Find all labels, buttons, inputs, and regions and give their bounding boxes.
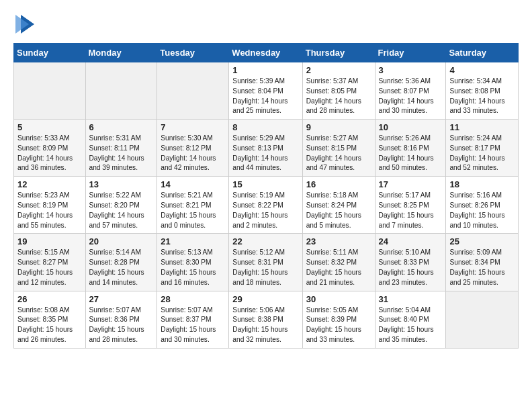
calendar-cell: 16Sunrise: 5:18 AM Sunset: 8:24 PM Dayli… xyxy=(302,177,375,234)
calendar-cell xyxy=(85,62,157,120)
day-info: Sunrise: 5:07 AM Sunset: 8:37 PM Dayligh… xyxy=(161,306,225,345)
calendar-cell: 1Sunrise: 5:39 AM Sunset: 8:04 PM Daylig… xyxy=(229,62,302,120)
day-number: 1 xyxy=(232,65,298,75)
day-number: 20 xyxy=(89,236,154,246)
day-info: Sunrise: 5:15 AM Sunset: 8:27 PM Dayligh… xyxy=(17,248,82,287)
day-info: Sunrise: 5:19 AM Sunset: 8:22 PM Dayligh… xyxy=(232,191,298,230)
weekday-wednesday: Wednesday xyxy=(229,44,302,62)
week-row-0: 1Sunrise: 5:39 AM Sunset: 8:04 PM Daylig… xyxy=(14,62,519,120)
day-info: Sunrise: 5:34 AM Sunset: 8:08 PM Dayligh… xyxy=(449,77,515,116)
day-info: Sunrise: 5:17 AM Sunset: 8:25 PM Dayligh… xyxy=(379,191,443,230)
day-number: 27 xyxy=(89,294,154,304)
day-info: Sunrise: 5:26 AM Sunset: 8:16 PM Dayligh… xyxy=(379,134,443,173)
weekday-monday: Monday xyxy=(85,44,157,62)
calendar-cell: 18Sunrise: 5:16 AM Sunset: 8:26 PM Dayli… xyxy=(446,177,519,234)
week-row-2: 12Sunrise: 5:23 AM Sunset: 8:19 PM Dayli… xyxy=(14,177,519,234)
day-number: 15 xyxy=(232,179,298,189)
calendar-cell: 5Sunrise: 5:33 AM Sunset: 8:09 PM Daylig… xyxy=(14,120,86,177)
day-info: Sunrise: 5:18 AM Sunset: 8:24 PM Dayligh… xyxy=(306,191,371,230)
calendar-cell xyxy=(446,291,519,348)
day-number: 22 xyxy=(232,236,298,246)
day-info: Sunrise: 5:24 AM Sunset: 8:17 PM Dayligh… xyxy=(449,134,515,173)
calendar-cell: 30Sunrise: 5:05 AM Sunset: 8:39 PM Dayli… xyxy=(302,291,375,348)
calendar-cell: 24Sunrise: 5:10 AM Sunset: 8:33 PM Dayli… xyxy=(375,234,446,291)
day-number: 18 xyxy=(449,179,515,189)
calendar-cell: 4Sunrise: 5:34 AM Sunset: 8:08 PM Daylig… xyxy=(446,62,519,120)
calendar-cell: 10Sunrise: 5:26 AM Sunset: 8:16 PM Dayli… xyxy=(375,120,446,177)
week-row-1: 5Sunrise: 5:33 AM Sunset: 8:09 PM Daylig… xyxy=(14,120,519,177)
calendar-cell: 9Sunrise: 5:27 AM Sunset: 8:15 PM Daylig… xyxy=(302,120,375,177)
day-number: 4 xyxy=(449,65,515,75)
day-info: Sunrise: 5:29 AM Sunset: 8:13 PM Dayligh… xyxy=(232,134,298,173)
weekday-header-row: SundayMondayTuesdayWednesdayThursdayFrid… xyxy=(14,44,519,62)
day-info: Sunrise: 5:33 AM Sunset: 8:09 PM Dayligh… xyxy=(17,134,82,173)
day-number: 29 xyxy=(232,294,298,304)
calendar-cell: 20Sunrise: 5:14 AM Sunset: 8:28 PM Dayli… xyxy=(85,234,157,291)
day-info: Sunrise: 5:36 AM Sunset: 8:07 PM Dayligh… xyxy=(379,77,443,116)
day-info: Sunrise: 5:09 AM Sunset: 8:34 PM Dayligh… xyxy=(449,248,515,287)
calendar-cell: 22Sunrise: 5:12 AM Sunset: 8:31 PM Dayli… xyxy=(229,234,302,291)
calendar-cell: 23Sunrise: 5:11 AM Sunset: 8:32 PM Dayli… xyxy=(302,234,375,291)
day-info: Sunrise: 5:07 AM Sunset: 8:36 PM Dayligh… xyxy=(89,306,154,345)
day-info: Sunrise: 5:14 AM Sunset: 8:28 PM Dayligh… xyxy=(89,248,154,287)
week-row-3: 19Sunrise: 5:15 AM Sunset: 8:27 PM Dayli… xyxy=(14,234,519,291)
calendar-cell: 19Sunrise: 5:15 AM Sunset: 8:27 PM Dayli… xyxy=(14,234,86,291)
day-info: Sunrise: 5:12 AM Sunset: 8:31 PM Dayligh… xyxy=(232,248,298,287)
calendar-cell: 26Sunrise: 5:08 AM Sunset: 8:35 PM Dayli… xyxy=(14,291,86,348)
day-number: 14 xyxy=(161,179,225,189)
day-info: Sunrise: 5:06 AM Sunset: 8:38 PM Dayligh… xyxy=(232,306,298,345)
day-number: 8 xyxy=(232,122,298,132)
day-info: Sunrise: 5:08 AM Sunset: 8:35 PM Dayligh… xyxy=(17,306,82,345)
day-number: 17 xyxy=(379,179,443,189)
calendar-cell xyxy=(14,62,86,120)
calendar-cell: 28Sunrise: 5:07 AM Sunset: 8:37 PM Dayli… xyxy=(157,291,229,348)
day-number: 30 xyxy=(306,294,371,304)
logo-icon xyxy=(15,12,37,36)
week-row-4: 26Sunrise: 5:08 AM Sunset: 8:35 PM Dayli… xyxy=(14,291,519,348)
calendar-cell: 7Sunrise: 5:30 AM Sunset: 8:12 PM Daylig… xyxy=(157,120,229,177)
day-number: 12 xyxy=(17,179,82,189)
day-number: 10 xyxy=(379,122,443,132)
day-number: 16 xyxy=(306,179,371,189)
day-info: Sunrise: 5:39 AM Sunset: 8:04 PM Dayligh… xyxy=(232,77,298,116)
day-info: Sunrise: 5:05 AM Sunset: 8:39 PM Dayligh… xyxy=(306,306,371,345)
header xyxy=(13,12,519,36)
calendar-cell: 14Sunrise: 5:21 AM Sunset: 8:21 PM Dayli… xyxy=(157,177,229,234)
day-number: 2 xyxy=(306,65,371,75)
page: SundayMondayTuesdayWednesdayThursdayFrid… xyxy=(0,0,532,361)
day-number: 9 xyxy=(306,122,371,132)
day-info: Sunrise: 5:22 AM Sunset: 8:20 PM Dayligh… xyxy=(89,191,154,230)
calendar-cell: 21Sunrise: 5:13 AM Sunset: 8:30 PM Dayli… xyxy=(157,234,229,291)
day-number: 3 xyxy=(379,65,443,75)
day-number: 19 xyxy=(17,236,82,246)
weekday-saturday: Saturday xyxy=(446,44,519,62)
day-number: 26 xyxy=(17,294,82,304)
day-number: 11 xyxy=(449,122,515,132)
weekday-tuesday: Tuesday xyxy=(157,44,229,62)
day-number: 5 xyxy=(17,122,82,132)
day-info: Sunrise: 5:21 AM Sunset: 8:21 PM Dayligh… xyxy=(161,191,225,230)
day-info: Sunrise: 5:10 AM Sunset: 8:33 PM Dayligh… xyxy=(379,248,443,287)
calendar-cell: 29Sunrise: 5:06 AM Sunset: 8:38 PM Dayli… xyxy=(229,291,302,348)
logo xyxy=(13,12,37,36)
day-number: 24 xyxy=(379,236,443,246)
weekday-sunday: Sunday xyxy=(14,44,86,62)
day-info: Sunrise: 5:04 AM Sunset: 8:40 PM Dayligh… xyxy=(379,306,443,345)
day-info: Sunrise: 5:37 AM Sunset: 8:05 PM Dayligh… xyxy=(306,77,371,116)
day-info: Sunrise: 5:11 AM Sunset: 8:32 PM Dayligh… xyxy=(306,248,371,287)
day-number: 13 xyxy=(89,179,154,189)
calendar-cell: 25Sunrise: 5:09 AM Sunset: 8:34 PM Dayli… xyxy=(446,234,519,291)
day-number: 6 xyxy=(89,122,154,132)
day-number: 7 xyxy=(161,122,225,132)
calendar-cell: 3Sunrise: 5:36 AM Sunset: 8:07 PM Daylig… xyxy=(375,62,446,120)
calendar-cell: 13Sunrise: 5:22 AM Sunset: 8:20 PM Dayli… xyxy=(85,177,157,234)
day-number: 25 xyxy=(449,236,515,246)
calendar-cell: 11Sunrise: 5:24 AM Sunset: 8:17 PM Dayli… xyxy=(446,120,519,177)
day-info: Sunrise: 5:27 AM Sunset: 8:15 PM Dayligh… xyxy=(306,134,371,173)
calendar-cell: 31Sunrise: 5:04 AM Sunset: 8:40 PM Dayli… xyxy=(375,291,446,348)
calendar-cell: 15Sunrise: 5:19 AM Sunset: 8:22 PM Dayli… xyxy=(229,177,302,234)
calendar-cell xyxy=(157,62,229,120)
calendar-cell: 8Sunrise: 5:29 AM Sunset: 8:13 PM Daylig… xyxy=(229,120,302,177)
calendar-table: SundayMondayTuesdayWednesdayThursdayFrid… xyxy=(13,43,519,349)
calendar-cell: 12Sunrise: 5:23 AM Sunset: 8:19 PM Dayli… xyxy=(14,177,86,234)
